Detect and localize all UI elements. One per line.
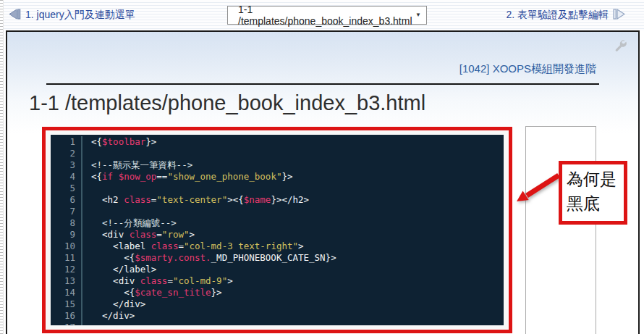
code-text: <{$toolbar}> [91, 136, 156, 148]
code-lines: 1<{$toolbar}>23<!--顯示某一筆資料-->4<{if $now_… [51, 136, 504, 325]
line-number: 5 [51, 183, 82, 194]
code-line: 16 </div> [51, 310, 504, 322]
code-text: <{if $now_op=="show_one_phone_book"}> [91, 171, 293, 183]
code-text: <h2 class="text-center"><{$name}></h2> [91, 194, 309, 206]
line-number: 11 [51, 252, 82, 264]
line-number: 17 [51, 322, 82, 325]
code-text: <div class="row"> [91, 229, 195, 241]
line-number: 6 [51, 194, 82, 206]
code-line: 6 <h2 class="text-center"><{$name}></h2> [51, 194, 504, 206]
code-line: 8 <!--分類編號--> [51, 217, 504, 229]
line-number: 3 [51, 159, 82, 171]
line-number: 9 [51, 229, 82, 241]
line-number: 13 [51, 275, 82, 287]
code-text: <div class="col-md-9"> [91, 275, 233, 287]
prev-lesson-link[interactable]: 1. jquery入門及連動選單 [9, 9, 135, 22]
line-number: 10 [51, 241, 82, 252]
code-text: </div> [91, 310, 135, 322]
line-number: 2 [51, 148, 82, 159]
code-text: <{$cate_sn_title}> [91, 287, 222, 298]
code-line: 17 [51, 322, 504, 325]
code-line: 13 <div class="col-md-9"> [51, 275, 504, 287]
divider [46, 83, 599, 85]
line-number: 12 [51, 264, 82, 275]
prev-lesson-label: 1. jquery入門及連動選單 [25, 9, 135, 22]
line-number: 8 [51, 217, 82, 229]
code-text: </div> [91, 298, 145, 310]
code-line: 3<!--顯示某一筆資料--> [51, 159, 504, 171]
code-line: 12 </label> [51, 264, 504, 275]
wrench-icon[interactable] [614, 39, 627, 51]
code-text: <!--顯示某一筆資料--> [91, 159, 192, 171]
code-line: 7 [51, 206, 504, 217]
code-text: </label> [91, 264, 156, 275]
code-line: 2 [51, 148, 504, 159]
code-text: <!--分類編號--> [91, 217, 177, 229]
page-title: 1-1 /templates/phone_book_index_b3.html [29, 91, 425, 115]
code-line: 4<{if $now_op=="show_one_phone_book"}> [51, 171, 504, 183]
code-line: 10 <label class="col-md-3 text-right"> [51, 241, 504, 252]
line-number: 4 [51, 171, 82, 183]
code-block: 1<{$toolbar}>23<!--顯示某一筆資料-->4<{if $now_… [51, 135, 504, 325]
course-link[interactable]: [1042] XOOPS模組開發進階 [459, 62, 596, 76]
caret-down-icon: ▼ [415, 12, 421, 18]
template-file-select[interactable]: 1-1 /templates/phone_book_index_b3.html … [227, 6, 427, 25]
side-panel [525, 126, 596, 334]
code-text: <{$smarty.const._MD_PHONEBOOK_CATE_SN}> [91, 252, 336, 264]
skip-previous-icon [9, 9, 22, 22]
annotation-callout: 為何是黑底 [559, 161, 627, 225]
line-number: 7 [51, 206, 82, 217]
code-frame-red-highlight: 1<{$toolbar}>23<!--顯示某一筆資料-->4<{if $now_… [42, 127, 512, 333]
template-file-select-value: 1-1 /templates/phone_book_index_b3.html [238, 4, 415, 27]
code-line: 11 <{$smarty.const._MD_PHONEBOOK_CATE_SN… [51, 252, 504, 264]
code-line: 15 </div> [51, 298, 504, 310]
line-number: 14 [51, 287, 82, 298]
skip-next-icon [612, 9, 625, 22]
code-line: 14 <{$cate_sn_title}> [51, 287, 504, 298]
code-line: 1<{$toolbar}> [51, 136, 504, 148]
code-line: 5 [51, 183, 504, 194]
screen: 1. jquery入門及連動選單 1-1 /templates/phone_bo… [0, 0, 644, 334]
line-number: 1 [51, 136, 82, 148]
code-text: <label class="col-md-3 text-right"> [91, 241, 304, 252]
next-lesson-label: 2. 表單驗證及點擊編輯 [506, 9, 609, 22]
next-lesson-link[interactable]: 2. 表單驗證及點擊編輯 [506, 9, 625, 22]
line-number: 16 [51, 310, 82, 322]
content-panel: [1042] XOOPS模組開發進階 1-1 /templates/phone_… [6, 30, 640, 334]
lesson-navbar: 1. jquery入門及連動選單 1-1 /templates/phone_bo… [0, 0, 644, 30]
line-number: 15 [51, 298, 82, 310]
page-edge-decoration [0, 0, 4, 334]
code-line: 9 <div class="row"> [51, 229, 504, 241]
